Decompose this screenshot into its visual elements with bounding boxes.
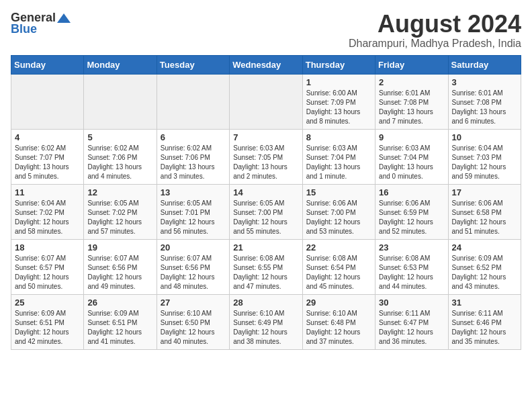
- day-number: 16: [379, 187, 444, 197]
- day-info: Sunrise: 6:10 AM: [306, 309, 371, 318]
- day-cell: [157, 74, 229, 129]
- day-cell: 4Sunrise: 6:02 AMSunset: 7:07 PMDaylight…: [11, 129, 84, 184]
- day-number: 29: [306, 298, 371, 308]
- day-info: and 44 minutes.: [379, 282, 444, 291]
- day-info: and 59 minutes.: [452, 172, 517, 181]
- day-cell: 22Sunrise: 6:08 AMSunset: 6:54 PMDayligh…: [302, 239, 375, 294]
- day-number: 3: [452, 77, 517, 87]
- day-info: and 8 minutes.: [306, 117, 371, 126]
- day-info: Sunrise: 6:00 AM: [306, 89, 371, 98]
- day-info: Sunrise: 6:04 AM: [15, 199, 80, 208]
- day-info: Daylight: 13 hours: [379, 107, 444, 117]
- day-info: Sunset: 7:01 PM: [161, 208, 226, 218]
- week-row-5: 25Sunrise: 6:09 AMSunset: 6:51 PMDayligh…: [11, 294, 521, 349]
- day-cell: 9Sunrise: 6:03 AMSunset: 7:04 PMDaylight…: [375, 129, 448, 184]
- week-row-4: 18Sunrise: 6:07 AMSunset: 6:57 PMDayligh…: [11, 239, 521, 294]
- day-number: 1: [306, 77, 371, 87]
- day-number: 20: [161, 242, 226, 253]
- day-info: and 51 minutes.: [452, 227, 517, 236]
- day-info: Sunset: 6:56 PM: [161, 263, 226, 273]
- week-row-1: 1Sunrise: 6:00 AMSunset: 7:09 PMDaylight…: [11, 74, 521, 129]
- month-year: August 2024: [349, 11, 521, 38]
- day-info: Daylight: 13 hours: [452, 107, 517, 117]
- day-info: Sunrise: 6:11 AM: [452, 309, 517, 318]
- day-info: and 4 minutes.: [87, 172, 152, 181]
- day-cell: 21Sunrise: 6:08 AMSunset: 6:55 PMDayligh…: [230, 239, 302, 294]
- day-info: Sunrise: 6:06 AM: [306, 199, 371, 208]
- day-cell: 8Sunrise: 6:03 AMSunset: 7:04 PMDaylight…: [302, 129, 375, 184]
- day-info: and 52 minutes.: [379, 227, 444, 236]
- day-info: and 47 minutes.: [233, 282, 298, 291]
- day-info: Daylight: 12 hours: [379, 218, 444, 227]
- day-info: Daylight: 12 hours: [87, 273, 152, 282]
- day-number: 9: [379, 132, 444, 142]
- day-number: 11: [15, 187, 80, 197]
- day-info: and 48 minutes.: [161, 282, 226, 291]
- svg-marker-0: [57, 13, 71, 23]
- day-info: Daylight: 12 hours: [15, 218, 80, 227]
- day-cell: 2Sunrise: 6:01 AMSunset: 7:08 PMDaylight…: [375, 74, 448, 129]
- day-number: 28: [233, 298, 298, 308]
- day-info: Sunset: 7:00 PM: [306, 208, 371, 218]
- day-cell: 18Sunrise: 6:07 AMSunset: 6:57 PMDayligh…: [11, 239, 84, 294]
- header: General Blue August 2024 Dharampuri, Mad…: [11, 11, 521, 50]
- day-info: and 49 minutes.: [87, 282, 152, 291]
- day-info: and 50 minutes.: [15, 282, 80, 291]
- day-info: Sunrise: 6:10 AM: [161, 309, 226, 318]
- day-info: Daylight: 12 hours: [87, 218, 152, 227]
- day-info: Sunrise: 6:11 AM: [379, 309, 444, 318]
- day-cell: 12Sunrise: 6:05 AMSunset: 7:02 PMDayligh…: [84, 184, 157, 239]
- weekday-header-thursday: Thursday: [302, 55, 375, 74]
- day-cell: 30Sunrise: 6:11 AMSunset: 6:47 PMDayligh…: [375, 294, 448, 349]
- day-cell: 28Sunrise: 6:10 AMSunset: 6:49 PMDayligh…: [230, 294, 302, 349]
- day-info: and 0 minutes.: [379, 172, 444, 181]
- day-info: Daylight: 12 hours: [15, 328, 80, 337]
- day-number: 8: [306, 132, 371, 142]
- day-info: and 35 minutes.: [452, 337, 517, 347]
- day-info: Daylight: 12 hours: [161, 328, 226, 337]
- day-info: Sunrise: 6:02 AM: [15, 144, 80, 153]
- day-info: Sunset: 7:02 PM: [15, 208, 80, 218]
- day-info: Daylight: 12 hours: [379, 273, 444, 282]
- day-info: and 38 minutes.: [233, 337, 298, 347]
- day-info: Daylight: 12 hours: [452, 328, 517, 337]
- day-info: Daylight: 12 hours: [87, 328, 152, 337]
- day-info: Sunrise: 6:04 AM: [452, 144, 517, 153]
- day-info: Sunset: 6:51 PM: [15, 318, 80, 328]
- day-info: Sunset: 7:00 PM: [233, 208, 298, 218]
- day-number: 13: [161, 187, 226, 197]
- day-number: 19: [87, 242, 152, 253]
- day-info: Sunrise: 6:03 AM: [379, 144, 444, 153]
- day-info: Daylight: 12 hours: [452, 218, 517, 227]
- day-number: 6: [161, 132, 226, 142]
- day-info: Daylight: 13 hours: [233, 163, 298, 172]
- day-info: Daylight: 12 hours: [452, 273, 517, 282]
- week-row-3: 11Sunrise: 6:04 AMSunset: 7:02 PMDayligh…: [11, 184, 521, 239]
- day-info: Sunset: 7:08 PM: [379, 98, 444, 107]
- day-info: Sunrise: 6:01 AM: [452, 89, 517, 98]
- day-info: Sunset: 7:09 PM: [306, 98, 371, 107]
- day-number: 31: [452, 298, 517, 308]
- day-info: Sunset: 6:48 PM: [306, 318, 371, 328]
- day-cell: 24Sunrise: 6:09 AMSunset: 6:52 PMDayligh…: [448, 239, 521, 294]
- day-number: 18: [15, 242, 80, 253]
- day-info: Sunset: 6:49 PM: [233, 318, 298, 328]
- location: Dharampuri, Madhya Pradesh, India: [349, 38, 521, 50]
- day-info: Sunrise: 6:03 AM: [306, 144, 371, 153]
- logo: General Blue: [11, 11, 71, 36]
- day-info: Sunrise: 6:05 AM: [233, 199, 298, 208]
- weekday-header-tuesday: Tuesday: [157, 55, 229, 74]
- day-info: and 55 minutes.: [233, 227, 298, 236]
- day-info: Sunset: 6:54 PM: [306, 263, 371, 273]
- weekday-header-monday: Monday: [84, 55, 157, 74]
- day-cell: 16Sunrise: 6:06 AMSunset: 6:59 PMDayligh…: [375, 184, 448, 239]
- day-info: Sunset: 7:07 PM: [15, 153, 80, 163]
- day-info: Daylight: 12 hours: [379, 328, 444, 337]
- day-info: Sunset: 7:05 PM: [233, 153, 298, 163]
- day-cell: [230, 74, 302, 129]
- day-number: 30: [379, 298, 444, 308]
- day-info: Daylight: 12 hours: [161, 273, 226, 282]
- day-info: Sunset: 6:59 PM: [379, 208, 444, 218]
- day-info: Sunset: 6:55 PM: [233, 263, 298, 273]
- day-info: Sunrise: 6:10 AM: [233, 309, 298, 318]
